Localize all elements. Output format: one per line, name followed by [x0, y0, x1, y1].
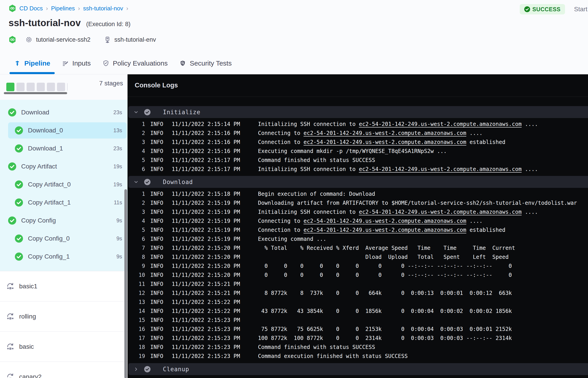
chevron-down-icon[interactable]	[134, 110, 138, 114]
stage-row-download-1[interactable]: Download_123s	[0, 139, 128, 158]
service-gear-icon	[25, 36, 32, 43]
strategy-row-basic[interactable]: basic	[0, 331, 128, 362]
stage-row-copy-artifact-0[interactable]: Copy Artifact_019s	[0, 176, 128, 193]
tab-inputs[interactable]: Inputs	[56, 53, 97, 74]
start-time-label: Start time	[574, 6, 588, 13]
log-text: Command finished with status SUCCESS	[258, 157, 375, 163]
tab-label: Security Tests	[190, 59, 232, 67]
strategy-row-basic1[interactable]: basic1	[0, 271, 128, 301]
breadcrumb-link-pipelines[interactable]: Pipelines	[51, 5, 75, 12]
stage-row-copy-config[interactable]: Copy Config9s	[0, 212, 128, 230]
log-text: Connection to	[258, 139, 304, 145]
log-section-header-download[interactable]: Download	[128, 176, 588, 188]
stage-row-copy-config-0[interactable]: Copy Config_09s	[0, 230, 128, 248]
console-title: Console Logs	[135, 81, 588, 89]
stage-label: Download	[21, 109, 49, 116]
breadcrumb-separator: ›	[78, 5, 80, 12]
log-section-header-cleanup[interactable]: Cleanup	[128, 363, 588, 375]
host-link[interactable]: ec2-54-201-142-249.us-west-2.compute.ama…	[359, 121, 521, 127]
log-timestamp: 11/11/2022 2:15:23 PM	[172, 326, 240, 332]
log-line-number: 13	[128, 299, 145, 305]
stage-row-copy-artifact-1[interactable]: Copy Artifact_111s	[0, 193, 128, 212]
stage-duration: 9s	[117, 217, 122, 224]
spacer	[128, 361, 588, 363]
log-line-number: 16	[128, 326, 145, 332]
log-message: Initializing SSH connection to ec2-54-20…	[258, 121, 538, 127]
log-section-header-initialize[interactable]: Initialize	[128, 106, 588, 118]
breadcrumb: CD Docs › Pipelines › ssh-tutorial-nov ›	[9, 4, 128, 12]
log-level: INFO	[150, 139, 163, 145]
log-line: 11INFO11/11/2022 2:15:21 PM	[128, 280, 588, 289]
stage-label: Download_0	[28, 127, 63, 134]
log-text: ....	[521, 166, 538, 172]
strategy-row-rolling[interactable]: rolling	[0, 301, 128, 331]
security-shield-icon	[179, 60, 186, 67]
log-timestamp: 11/11/2022 2:15:23 PM	[172, 335, 240, 341]
tab-pipeline[interactable]: Pipeline	[8, 53, 56, 74]
log-level: INFO	[150, 227, 163, 233]
host-link[interactable]: ec2-54-201-142-249.us-west-2.compute.ama…	[359, 166, 521, 172]
success-check-icon	[8, 162, 16, 171]
breadcrumb-link-cd-docs[interactable]: CD Docs	[19, 5, 43, 12]
host-link[interactable]: ec2-54-201-142-249.us-west-2.compute.ama…	[304, 218, 466, 224]
stage-progress-square-pending	[57, 83, 65, 91]
log-level: INFO	[150, 191, 163, 197]
log-message: Connecting to ec2-54-201-142-249.us-west…	[258, 130, 482, 136]
horizontal-scrollbar[interactable]	[4, 92, 67, 94]
success-check-icon	[15, 234, 23, 243]
host-link[interactable]: ec2-54-201-142-249.us-west-2.compute.ama…	[304, 130, 466, 136]
service-name[interactable]: tutorial-service-ssh2	[36, 36, 91, 43]
log-timestamp: 11/11/2022 2:15:14 PM	[172, 121, 240, 127]
strategy-row-canary2[interactable]: canary2	[0, 362, 128, 378]
log-line-number: 2	[128, 130, 145, 136]
log-level: INFO	[150, 344, 163, 350]
environment-name[interactable]: ssh-tutorial-env	[114, 36, 156, 43]
chevron-right-icon[interactable]	[134, 367, 138, 371]
log-level: INFO	[150, 157, 163, 163]
log-text: 100 8772k 100 8772k 0 0 2314k 0 0:00:03 …	[258, 335, 512, 341]
host-link[interactable]: ec2-54-201-142-249.us-west-2.compute.ama…	[304, 227, 466, 233]
vertical-scrollbar[interactable]	[124, 189, 127, 378]
host-link[interactable]: ec2-54-201-142-249.us-west-2.compute.ama…	[304, 139, 466, 145]
stage-progress-row: 7 stages	[0, 74, 128, 100]
log-level: INFO	[150, 121, 163, 127]
log-text: 75 8772k 75 6625k 0 0 2153k 0 0:00:04 0:…	[258, 326, 512, 332]
log-line: 7INFO11/11/2022 2:15:20 PM % Total % Rec…	[128, 243, 588, 253]
strategy-icon	[6, 312, 15, 321]
log-message: 0 0 0 0 0 0 0 0 --:--:-- --:--:-- --:--:…	[258, 263, 512, 269]
log-line-number: 15	[128, 317, 145, 323]
stage-label: Copy Config_1	[28, 253, 70, 260]
log-timestamp: 11/11/2022 2:15:16 PM	[172, 148, 240, 154]
tab-security-tests[interactable]: Security Tests	[174, 53, 238, 74]
stage-progress-square-pending	[16, 83, 25, 91]
log-message: 75 8772k 75 6625k 0 0 2153k 0 0:00:04 0:…	[258, 326, 512, 332]
host-link[interactable]: ec2-54-201-142-249.us-west-2.compute.ama…	[359, 209, 521, 215]
log-text: % Total % Received % Xferd Average Speed…	[258, 245, 515, 251]
title-row: ssh-tutorial-nov (Execution Id: 8)	[9, 18, 131, 28]
stage-row-copy-artifact[interactable]: Copy Artifact19s	[0, 158, 128, 176]
breadcrumb-separator: ›	[46, 5, 48, 12]
log-message: Begin execution of command: Download	[258, 191, 375, 197]
log-level: INFO	[150, 148, 163, 154]
log-text: Dload Upload Total Spent Left Speed	[258, 254, 509, 260]
log-line-number: 5	[128, 227, 145, 233]
stage-duration: 13s	[113, 127, 122, 134]
stage-row-download[interactable]: Download23s	[0, 103, 128, 122]
log-section-name: Initialize	[163, 109, 200, 116]
stage-row-copy-config-1[interactable]: Copy Config_19s	[0, 248, 128, 266]
cd-module-icon	[9, 4, 16, 12]
log-timestamp: 11/11/2022 2:15:19 PM	[172, 227, 240, 233]
chevron-down-icon[interactable]	[134, 180, 138, 184]
breadcrumb-link-pipeline-name[interactable]: ssh-tutorial-nov	[83, 5, 123, 12]
log-level: INFO	[150, 335, 163, 341]
log-line-number: 18	[128, 344, 145, 350]
stage-row-download-0[interactable]: Download_013s	[8, 122, 127, 138]
log-line: 9INFO11/11/2022 2:15:20 PM 0 0 0 0 0 0 0…	[128, 262, 588, 270]
log-line-number: 3	[128, 209, 145, 215]
log-text: ....	[466, 218, 482, 224]
log-line: 4INFO11/11/2022 2:15:19 PMConnecting to …	[128, 216, 588, 226]
log-level: INFO	[150, 272, 163, 278]
tab-policy-evaluations[interactable]: Policy Evaluations	[97, 53, 174, 74]
log-line-number: 7	[128, 245, 145, 251]
log-line: 18INFO11/11/2022 2:15:23 PMCommand finis…	[128, 343, 588, 352]
